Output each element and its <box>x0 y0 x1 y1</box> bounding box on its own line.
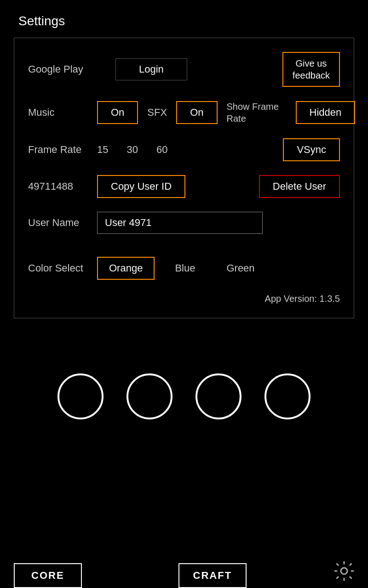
svg-point-0 <box>341 568 347 574</box>
settings-icon[interactable] <box>334 561 354 588</box>
circle-button-2[interactable] <box>126 373 172 419</box>
sfx-label: SFX <box>147 107 167 119</box>
bottom-nav: CORE CRAFT <box>0 542 368 588</box>
music-sfx-row: Music On SFX On Show FrameRate Hidden <box>28 101 340 124</box>
show-frame-rate-toggle[interactable]: Hidden <box>296 101 356 124</box>
settings-panel: Google Play Login Give usfeedback Music … <box>14 38 354 318</box>
delete-user-button[interactable]: Delete User <box>259 175 340 198</box>
frame-rate-30: 30 <box>126 144 138 156</box>
google-play-label: Google Play <box>28 63 106 75</box>
copy-user-id-button[interactable]: Copy User ID <box>97 175 185 198</box>
circle-button-1[interactable] <box>58 373 104 419</box>
app-version-row: App Version: 1.3.5 <box>28 294 340 304</box>
core-nav-button[interactable]: CORE <box>14 563 82 588</box>
vsync-button[interactable]: VSync <box>283 138 340 161</box>
frame-rate-60: 60 <box>156 144 167 156</box>
craft-nav-button[interactable]: CRAFT <box>178 563 247 588</box>
frame-rate-row: Frame Rate 15 30 60 VSync <box>28 138 340 161</box>
show-frame-rate-label: Show FrameRate <box>227 101 287 124</box>
username-input[interactable] <box>97 212 263 234</box>
frame-rate-label: Frame Rate <box>28 144 88 156</box>
circles-area <box>0 355 368 438</box>
color-select-row: Color Select Orange Blue Green <box>28 257 340 280</box>
username-label: User Name <box>28 217 88 229</box>
music-label: Music <box>28 107 88 119</box>
spacer-row <box>28 248 340 257</box>
app-version: App Version: 1.3.5 <box>265 294 340 304</box>
frame-rate-15: 15 <box>97 144 108 156</box>
color-select-label: Color Select <box>28 262 88 274</box>
frame-rate-values: 15 30 60 <box>97 144 167 156</box>
username-row: User Name <box>28 212 340 234</box>
circle-button-3[interactable] <box>196 373 242 419</box>
color-green-button[interactable]: Green <box>215 258 265 279</box>
circle-button-4[interactable] <box>264 373 310 419</box>
login-button[interactable]: Login <box>115 58 187 80</box>
sfx-toggle[interactable]: On <box>176 101 217 124</box>
user-id-row: 49711488 Copy User ID Delete User <box>28 175 340 198</box>
google-play-row: Google Play Login Give usfeedback <box>28 52 340 87</box>
user-id-value: 49711488 <box>28 181 88 192</box>
page-title: Settings <box>0 0 368 38</box>
feedback-button[interactable]: Give usfeedback <box>282 52 340 87</box>
music-toggle[interactable]: On <box>97 101 138 124</box>
color-blue-button[interactable]: Blue <box>164 258 206 279</box>
color-orange-button[interactable]: Orange <box>97 257 155 280</box>
